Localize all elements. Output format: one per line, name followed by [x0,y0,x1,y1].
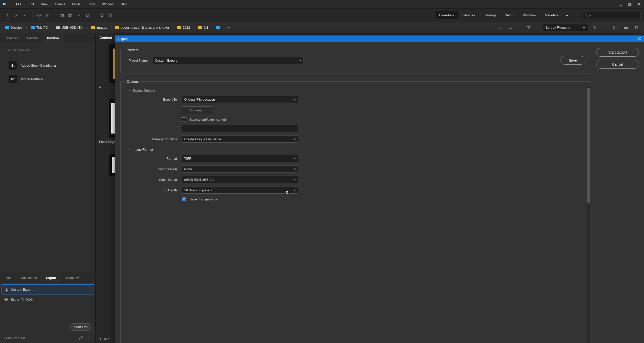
workspace-workflow[interactable]: Workflow [519,11,540,19]
colorspace-label: Color Space [128,178,178,182]
compression-select[interactable]: None [182,165,298,173]
publish-target-portfolio[interactable]: Pf Adobe Portfolio [8,72,88,86]
svg-line-11 [587,16,588,17]
filter-button[interactable] [525,24,533,32]
chevron-down-icon [128,89,131,92]
open-folder-button[interactable] [611,24,619,32]
subfolder-name-input[interactable] [182,125,298,132]
delete-button[interactable] [632,24,640,32]
rotate-cw-button[interactable] [106,11,115,19]
crumb-2022[interactable]: 2022 [176,25,192,30]
crumb-drive[interactable]: USB-HDD (E:) [55,25,84,30]
options-group: Options Saving Options Export To Origina… [120,79,590,343]
tab-folders[interactable]: Folders [22,33,42,43]
publish-panel: Publish Files to... St Adobe Stock Contr… [0,43,95,163]
image-format-toggle[interactable]: Image Format [128,148,585,151]
search-input[interactable] [583,12,640,19]
save-transparency-checkbox[interactable]: ✓ [182,197,186,201]
folder-icon [115,26,119,29]
menu-window[interactable]: Window [98,1,117,8]
dialog-close-button[interactable] [638,37,641,40]
workspace-more-dropdown[interactable] [563,11,571,19]
sort-ascending-button[interactable] [591,24,599,32]
menu-tools[interactable]: Tools [84,1,98,8]
export-preset-dng[interactable]: Export To DNG [2,294,94,305]
subfolder-checkbox[interactable] [182,117,186,121]
options-scrollbar[interactable] [587,87,590,343]
workspace-output[interactable]: Output [501,11,518,19]
crumb-overflow[interactable]: ...✕ [215,25,232,30]
browse-button[interactable]: Browse... [182,106,212,114]
export-dialog-titlebar[interactable]: Export [115,35,644,42]
export-preset-label: Export To DNG [11,298,33,302]
nav-forward-button[interactable] [12,11,20,19]
tab-collections[interactable]: Collections [16,273,42,283]
start-export-mini-button[interactable]: Start Exp [69,323,92,331]
open-recent-button[interactable] [66,11,74,19]
pencil-icon[interactable] [79,336,83,340]
crumb-jul[interactable]: Jul [197,25,210,30]
menu-stacks[interactable]: Stacks [52,1,68,8]
tab-export[interactable]: Export [41,273,61,283]
nav-back-button[interactable] [4,11,12,19]
preset-name-select[interactable]: Custom Export [153,57,304,64]
start-export-button[interactable]: Start Export [596,48,639,57]
view-progress-row[interactable]: View Progress [0,333,95,343]
compression-value: None [184,167,192,171]
nav-recent-dropdown[interactable] [21,11,29,19]
colorspace-select[interactable]: sRGB IEC61966-2.1 [182,176,298,183]
left-panel: Favorites Folders Publish Publish Files … [0,33,96,343]
manage-conflicts-select[interactable]: Create Unique File Name [182,136,298,143]
open-recent-dropdown[interactable] [75,11,83,19]
workspace-essentials[interactable]: Essentials [435,11,458,19]
workspace-metadata[interactable]: Metadata [541,11,562,19]
chevron-right-icon: › [85,26,88,29]
menu-file[interactable]: File [13,1,25,8]
export-to-select[interactable]: Original File Location [182,96,298,103]
left-lower-tabs: Filter Collections Export Workflow [0,273,95,283]
camera-import-button[interactable] [58,11,66,19]
rating-filter-button[interactable] [496,24,504,32]
bitdepth-select[interactable]: 16 Bits/ component [182,187,298,194]
manage-conflicts-label: Manage Conflicts [128,137,178,141]
crumb-edges[interactable]: edges to submit to as and shutter [114,25,171,30]
tab-publish[interactable]: Publish [43,33,63,43]
window-minimize-button[interactable] [617,2,624,7]
refresh-button[interactable] [84,11,92,19]
chevron-down-icon [293,98,296,101]
window-close-button[interactable] [635,2,642,7]
tab-favorites[interactable]: Favorites [0,33,22,43]
crumb-images[interactable]: Images [89,25,109,30]
tab-workflow[interactable]: Workflow [61,273,83,283]
publish-target-stock[interactable]: St Adobe Stock Contributor [8,59,88,72]
crumb-desktop[interactable]: Desktop [4,25,24,30]
export-preset-custom[interactable]: Custom Export [2,284,94,294]
chevron-down-icon [589,14,591,17]
colorspace-value: sRGB IEC61966-2.1 [184,178,214,182]
plus-icon[interactable] [87,336,91,340]
history-button[interactable] [35,11,43,19]
menu-help[interactable]: Help [117,1,131,8]
sort-select[interactable]: Sort by Filename [543,24,588,31]
save-preset-button[interactable]: Save [560,56,585,65]
menu-view[interactable]: View [37,1,52,8]
format-select[interactable]: TIFF [182,155,298,162]
workspace-libraries[interactable]: Libraries [459,11,479,19]
close-icon[interactable]: ✕ [227,26,230,29]
boomerang-button[interactable] [44,11,52,19]
svg-rect-1 [629,4,631,6]
crumb-thispc[interactable]: This PC [29,25,49,30]
new-folder-button[interactable] [622,24,630,32]
workspace-filmstrip[interactable]: Filmstrip [479,11,500,19]
bitdepth-value: 16 Bits/ component [184,188,212,192]
menu-label[interactable]: Label [68,1,84,8]
rating-filter-dropdown[interactable] [507,24,515,32]
tab-filter[interactable]: Filter [0,273,16,283]
window-restore-button[interactable] [626,2,633,7]
saving-options-toggle[interactable]: Saving Options [128,89,585,92]
folder-icon [216,26,220,29]
rotate-ccw-button[interactable] [98,11,106,19]
menu-edit[interactable]: Edit [25,1,37,8]
cancel-button[interactable]: Cancel [596,60,639,69]
scrollbar-thumb[interactable] [587,88,590,203]
